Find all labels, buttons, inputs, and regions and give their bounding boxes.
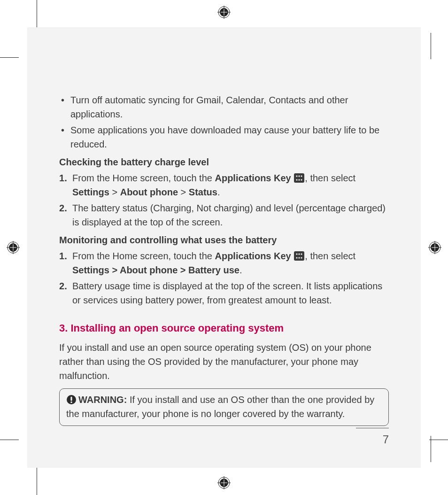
crop-mark	[0, 440, 19, 440]
crop-mark	[0, 57, 19, 58]
footer-rule	[356, 428, 389, 428]
step-text: , then select	[305, 251, 355, 261]
list-item: Turn off automatic syncing for Gmail, Ca…	[59, 93, 389, 121]
svg-point-34	[301, 253, 302, 255]
svg-point-30	[301, 179, 302, 180]
warning-label: WARNING:	[78, 394, 127, 405]
crop-mark	[429, 440, 448, 440]
list-item: From the Home screen, touch the Applicat…	[59, 171, 389, 199]
list-item: Battery usage time is displayed at the t…	[59, 279, 389, 307]
section-body: If you install and use an open source op…	[59, 340, 389, 383]
svg-point-40	[70, 402, 72, 403]
monitoring-steps: From the Home screen, touch the Applicat…	[59, 249, 389, 307]
checking-steps: From the Home screen, touch the Applicat…	[59, 171, 389, 229]
svg-point-29	[299, 179, 300, 180]
svg-point-36	[299, 257, 300, 258]
path-settings: Settings	[72, 187, 109, 197]
step-text: .	[217, 187, 220, 197]
svg-point-35	[296, 257, 298, 258]
warning-box: WARNING: If you install and use an OS ot…	[59, 388, 389, 426]
svg-point-32	[296, 253, 298, 255]
svg-point-28	[296, 179, 298, 180]
list-item: From the Home screen, touch the Applicat…	[59, 249, 389, 277]
subheading-checking: Checking the battery charge level	[59, 155, 389, 169]
svg-point-37	[301, 257, 302, 258]
page-footer: 7	[356, 428, 389, 448]
applications-key-icon	[294, 173, 304, 183]
applications-key-icon	[294, 251, 304, 261]
step-text: From the Home screen, touch the	[72, 251, 215, 261]
path-about-phone: About phone	[120, 187, 178, 197]
svg-point-25	[296, 175, 298, 177]
path-sep: >	[109, 187, 120, 197]
section-title: 3. Installing an open source operating s…	[59, 320, 389, 336]
svg-rect-39	[70, 397, 72, 401]
list-item: Some applications you have downloaded ma…	[59, 123, 389, 151]
svg-point-27	[301, 175, 302, 177]
applications-key-label: Applications Key	[215, 251, 291, 261]
crop-mark	[431, 33, 431, 59]
path-sep: >	[178, 187, 189, 197]
crop-mark	[37, 467, 37, 495]
svg-rect-31	[294, 251, 304, 261]
manual-page: Turn off automatic syncing for Gmail, Ca…	[27, 27, 421, 468]
list-item: The battery status (Charging, Not chargi…	[59, 201, 389, 229]
svg-point-33	[299, 253, 300, 255]
warning-icon	[66, 394, 77, 405]
applications-key-label: Applications Key	[215, 173, 291, 183]
registration-mark-icon	[217, 476, 231, 489]
path-status: Status	[189, 187, 217, 197]
crop-mark	[37, 0, 37, 28]
svg-point-26	[299, 175, 300, 177]
subheading-monitoring: Monitoring and controlling what uses the…	[59, 233, 389, 247]
page-number: 7	[383, 433, 389, 446]
step-text: From the Home screen, touch the	[72, 173, 215, 183]
path-battery-use: Settings > About phone > Battery use	[72, 265, 239, 275]
step-text: .	[239, 265, 242, 275]
svg-rect-24	[294, 173, 304, 183]
registration-mark-icon	[217, 6, 231, 19]
registration-mark-icon	[428, 241, 441, 254]
step-text: , then select	[305, 173, 355, 183]
tips-list: Turn off automatic syncing for Gmail, Ca…	[59, 93, 389, 151]
registration-mark-icon	[7, 241, 20, 254]
